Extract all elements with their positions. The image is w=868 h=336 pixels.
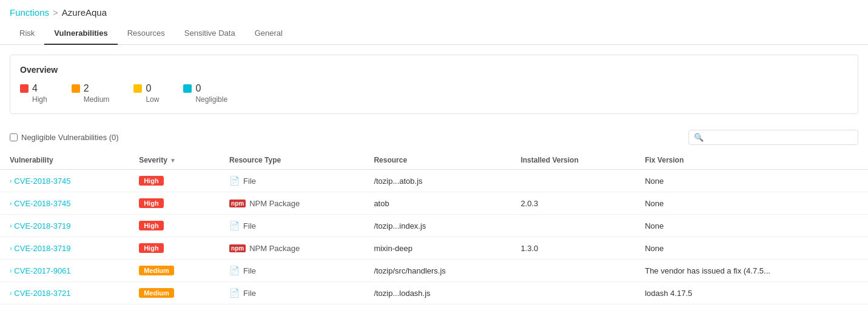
negligible-count: 0 (195, 83, 201, 94)
search-input[interactable] (707, 133, 853, 142)
cell-installed-version (511, 260, 635, 282)
cell-resource: /tozip/src/handlers.js (364, 260, 511, 282)
table-row: ›CVE-2018-3719High📄File/tozip...index.js… (0, 215, 868, 237)
severity-medium: 2 Medium (72, 83, 110, 104)
cell-resource-type: 📄File (220, 215, 364, 237)
table-row: ›CVE-2018-3719HighnpmNPM Packagemixin-de… (0, 237, 868, 260)
breadcrumb: Functions > AzureAqua (0, 0, 868, 22)
cell-fix-version: None (635, 170, 868, 192)
severity-sort-icon: ▼ (170, 157, 176, 164)
severity-badge: High (139, 176, 163, 186)
cell-resource: mixin-deep (364, 237, 511, 260)
chevron-icon: › (10, 290, 12, 297)
cve-link[interactable]: ›CVE-2018-3745 (10, 176, 119, 186)
cell-vulnerability: ›CVE-2018-3721 (0, 282, 129, 304)
cell-severity: High (129, 170, 220, 192)
cell-installed-version (511, 170, 635, 192)
cell-fix-version: lodash 4.17.5 (635, 282, 868, 304)
cell-installed-version (511, 282, 635, 304)
negligible-checkbox[interactable] (10, 133, 18, 141)
cve-link[interactable]: ›CVE-2017-9061 (10, 266, 119, 275)
cve-link[interactable]: ›CVE-2018-3721 (10, 289, 119, 298)
tab-vulnerabilities[interactable]: Vulnerabilities (44, 22, 117, 45)
cell-resource-type: 📄File (220, 170, 364, 192)
cell-resource-type: npmNPM Package (220, 237, 364, 260)
resource-type-container: 📄File (229, 288, 354, 298)
table-header-row: Vulnerability Severity ▼ Resource Type R… (0, 151, 868, 170)
severity-negligible: 0 Negligible (183, 83, 227, 104)
resource-type-container: 📄File (229, 221, 354, 230)
negligible-dot (183, 84, 192, 93)
search-box: 🔍 (688, 130, 858, 145)
cell-resource: /tozip...atob.js (364, 170, 511, 192)
file-icon: 📄 (229, 266, 240, 275)
high-dot (20, 84, 29, 93)
high-count: 4 (32, 83, 38, 94)
npm-icon: npm (229, 244, 246, 252)
cell-vulnerability: ›CVE-2018-3745 (0, 192, 129, 215)
resource-type-container: npmNPM Package (229, 244, 354, 253)
chevron-icon: › (10, 245, 12, 252)
negligible-filter-text: Negligible Vulnerabilities (0) (21, 133, 119, 142)
chevron-icon: › (10, 200, 12, 207)
npm-icon: npm (229, 200, 246, 207)
tab-bar: Risk Vulnerabilities Resources Sensitive… (0, 22, 868, 45)
col-resource-type: Resource Type (220, 151, 364, 170)
col-vulnerability: Vulnerability (0, 151, 129, 170)
tab-risk[interactable]: Risk (10, 22, 44, 45)
cell-fix-version: The vendor has issued a fix (4.7.5... (635, 260, 868, 282)
file-icon: 📄 (229, 288, 240, 298)
cell-vulnerability: ›CVE-2017-9061 (0, 260, 129, 282)
tab-resources[interactable]: Resources (118, 22, 175, 45)
cell-installed-version: 1.3.0 (511, 237, 635, 260)
low-label: Low (146, 95, 159, 104)
cve-link[interactable]: ›CVE-2018-3745 (10, 199, 119, 208)
severity-badge: Medium (139, 288, 174, 298)
cve-link[interactable]: ›CVE-2018-3719 (10, 221, 119, 230)
table-row: ›CVE-2018-3745High📄File/tozip...atob.jsN… (0, 170, 868, 192)
breadcrumb-functions-link[interactable]: Functions (10, 7, 49, 18)
negligible-filter-label[interactable]: Negligible Vulnerabilities (0) (10, 133, 119, 142)
resource-type-label: File (243, 289, 256, 298)
col-resource: Resource (364, 151, 511, 170)
cell-vulnerability: ›CVE-2018-3719 (0, 237, 129, 260)
cell-vulnerability: ›CVE-2018-3745 (0, 170, 129, 192)
breadcrumb-current: AzureAqua (62, 7, 107, 18)
col-severity[interactable]: Severity ▼ (129, 151, 220, 170)
cell-installed-version: 2.0.3 (511, 192, 635, 215)
table-row: ›CVE-2018-3721Medium📄File/tozip...lodash… (0, 282, 868, 304)
search-icon: 🔍 (694, 133, 704, 142)
cell-vulnerability: ›CVE-2018-3719 (0, 215, 129, 237)
cell-resource: atob (364, 192, 511, 215)
resource-type-label: NPM Package (249, 244, 300, 253)
resource-type-label: File (243, 266, 256, 275)
file-icon: 📄 (229, 221, 240, 230)
cell-severity: Medium (129, 282, 220, 304)
overview-title: Overview (20, 65, 848, 75)
cell-installed-version (511, 215, 635, 237)
tab-sensitive-data[interactable]: Sensitive Data (175, 22, 245, 45)
low-dot (133, 84, 142, 93)
col-fix-version: Fix Version (635, 151, 868, 170)
resource-type-label: NPM Package (249, 199, 300, 208)
medium-dot (72, 84, 80, 93)
negligible-label: Negligible (195, 95, 227, 104)
cell-resource-type: 📄File (220, 282, 364, 304)
breadcrumb-separator: > (53, 7, 58, 18)
tab-general[interactable]: General (245, 22, 292, 45)
cell-resource: /tozip...lodash.js (364, 282, 511, 304)
high-label: High (32, 95, 47, 104)
cell-fix-version: None (635, 237, 868, 260)
file-icon: 📄 (229, 176, 240, 186)
chevron-icon: › (10, 223, 12, 229)
resource-type-label: File (243, 221, 256, 230)
severity-low: 0 Low (133, 83, 159, 104)
overview-panel: Overview 4 High 2 Medium 0 Low (10, 55, 858, 114)
low-count: 0 (146, 83, 151, 94)
severity-high: 4 High (20, 83, 47, 104)
medium-label: Medium (84, 95, 110, 104)
resource-type-container: 📄File (229, 176, 354, 186)
table-row: ›CVE-2018-3745HighnpmNPM Packageatob2.0.… (0, 192, 868, 215)
filter-bar: Negligible Vulnerabilities (0) 🔍 (0, 124, 868, 151)
cve-link[interactable]: ›CVE-2018-3719 (10, 244, 119, 253)
